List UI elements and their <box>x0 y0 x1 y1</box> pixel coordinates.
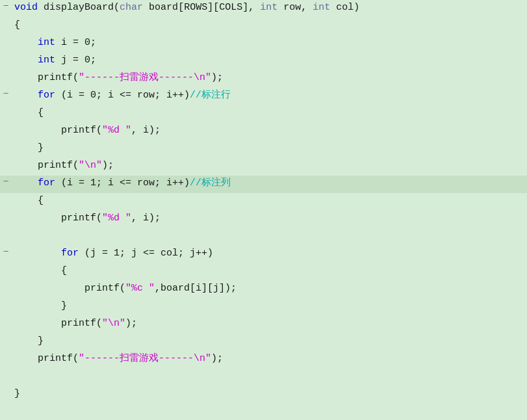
code-line-18: } <box>0 298 527 316</box>
code-text-17: printf("%c ",board[i][j]); <box>12 281 527 296</box>
code-text-20: } <box>12 334 527 348</box>
code-text-18: } <box>12 298 527 313</box>
gutter-6: — <box>0 88 12 100</box>
code-line-6: — for (i = 0; i <= row; i++)//标注行 <box>0 88 527 105</box>
code-text-2: { <box>12 18 527 33</box>
gutter-1: — <box>0 0 12 12</box>
code-text-15: for (j = 1; j <= col; j++) <box>12 246 527 261</box>
code-editor: — void displayBoard(char board[ROWS][COL… <box>0 0 527 420</box>
code-line-3: int i = 0; <box>0 35 527 53</box>
code-text-16: { <box>12 263 527 278</box>
code-text-1: void displayBoard(char board[ROWS][COLS]… <box>12 0 527 15</box>
code-line-4: int j = 0; <box>0 53 527 70</box>
code-line-12: { <box>0 193 527 211</box>
code-text-19: printf("\n"); <box>12 316 527 331</box>
code-text-21: printf("------扫雷游戏------\n"); <box>12 351 527 366</box>
code-line-14 <box>0 228 527 246</box>
code-text-10: printf("\n"); <box>12 158 527 173</box>
gutter-11: — <box>0 176 12 188</box>
code-text-5: printf("------扫雷游戏------\n"); <box>12 70 527 85</box>
code-text-14 <box>12 228 527 243</box>
code-line-9: } <box>0 140 527 158</box>
code-text-4: int j = 0; <box>12 53 527 68</box>
code-text-11: for (i = 1; i <= row; i++)//标注列 <box>12 176 527 190</box>
collapse-icon-1[interactable]: — <box>3 0 8 12</box>
code-line-11: — for (i = 1; i <= row; i++)//标注列 <box>0 176 527 193</box>
code-line-5: printf("------扫雷游戏------\n"); <box>0 70 527 88</box>
code-text-22 <box>12 369 527 384</box>
gutter-15: — <box>0 246 12 258</box>
code-text-9: } <box>12 140 527 155</box>
collapse-icon-11[interactable]: — <box>3 176 8 188</box>
code-line-16: { <box>0 263 527 281</box>
code-text-6: for (i = 0; i <= row; i++)//标注行 <box>12 88 527 103</box>
code-line-19: printf("\n"); <box>0 316 527 334</box>
code-line-21: printf("------扫雷游戏------\n"); <box>0 351 527 369</box>
collapse-icon-15[interactable]: — <box>3 246 8 258</box>
code-line-1: — void displayBoard(char board[ROWS][COL… <box>0 0 527 18</box>
code-line-22 <box>0 369 527 386</box>
code-line-13: printf("%d ", i); <box>0 211 527 228</box>
collapse-icon-6[interactable]: — <box>3 88 8 100</box>
code-line-20: } <box>0 334 527 351</box>
code-line-17: printf("%c ",board[i][j]); <box>0 281 527 298</box>
code-line-8: printf("%d ", i); <box>0 123 527 140</box>
code-text-3: int i = 0; <box>12 35 527 50</box>
code-text-12: { <box>12 193 527 208</box>
code-text-13: printf("%d ", i); <box>12 211 527 226</box>
code-text-7: { <box>12 105 527 120</box>
code-text-23: } <box>12 386 527 401</box>
code-line-15: — for (j = 1; j <= col; j++) <box>0 246 527 263</box>
code-line-2: { <box>0 18 527 35</box>
code-line-7: { <box>0 105 527 123</box>
code-text-8: printf("%d ", i); <box>12 123 527 138</box>
code-line-10: printf("\n"); <box>0 158 527 176</box>
code-line-23: } <box>0 386 527 404</box>
